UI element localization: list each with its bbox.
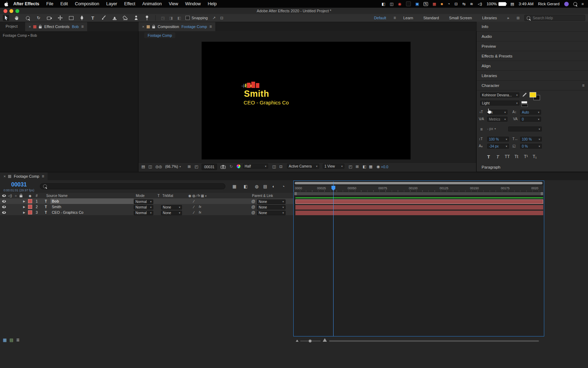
- workspace-learn[interactable]: Learn: [403, 16, 413, 20]
- vertical-scale-dropdown[interactable]: 100 %: [487, 137, 509, 142]
- current-time-display[interactable]: 00031: [11, 182, 27, 188]
- timeline-zoom-track[interactable]: [300, 341, 321, 341]
- tsume-dropdown[interactable]: 0 %: [520, 144, 542, 149]
- snapshot-camera-icon[interactable]: [220, 164, 226, 170]
- blend-mode-dropdown[interactable]: Normal: [134, 211, 153, 215]
- timeline-graph-area[interactable]: 0000 00025 00050 00075 00100 00125 00150…: [293, 180, 544, 336]
- record-status-icon[interactable]: ◉: [398, 2, 401, 6]
- notes-app-icon[interactable]: N: [424, 2, 428, 6]
- preview-toggle-icon[interactable]: ▤: [141, 164, 145, 169]
- channel-icon[interactable]: ◫: [148, 164, 152, 169]
- panel-audio[interactable]: Audio: [477, 32, 588, 41]
- transparency-grid-icon[interactable]: ⊡: [279, 164, 282, 169]
- footer-frame-field[interactable]: 00031: [202, 164, 217, 170]
- graph-editor-icon[interactable]: ◔: [282, 184, 285, 189]
- work-area-start-handle[interactable]: [294, 192, 297, 195]
- rectangle-tool[interactable]: [68, 15, 74, 21]
- layer-label-swatch[interactable]: [28, 198, 32, 204]
- layer-duration-bar[interactable]: [295, 205, 543, 210]
- leading-dropdown[interactable]: Auto: [520, 110, 541, 115]
- close-window-button[interactable]: [4, 9, 7, 13]
- panel-menu-icon[interactable]: ≡: [81, 24, 84, 29]
- menu-effect[interactable]: Effect: [124, 1, 135, 6]
- trkmat-column-header[interactable]: TrkMat: [162, 193, 173, 198]
- work-area-bar[interactable]: [294, 192, 543, 195]
- menu-animation[interactable]: Animation: [142, 1, 162, 6]
- reset-exposure-icon[interactable]: ◉: [377, 164, 380, 169]
- fill-color-swatch[interactable]: [530, 92, 536, 97]
- layer-name[interactable]: Bob: [50, 198, 134, 204]
- time-ruler[interactable]: 0000 00025 00050 00075 00100 00125 00150…: [294, 185, 544, 192]
- lock-icon[interactable]: [152, 26, 155, 28]
- kerning-dropdown[interactable]: Metrics: [487, 117, 507, 122]
- workspace-bar-icon[interactable]: ⊞: [517, 16, 520, 20]
- puppet-pin-tool[interactable]: [144, 15, 150, 21]
- shy-layers-icon[interactable]: ◍: [255, 184, 258, 189]
- timeline-h-scrollbar-thumb[interactable]: [329, 340, 539, 342]
- work-area-end-handle[interactable]: [541, 192, 543, 195]
- zoom-tool[interactable]: [24, 15, 31, 21]
- grid-guides-icon[interactable]: ⊞: [188, 164, 191, 169]
- mask-visibility-icon[interactable]: ◰: [195, 164, 198, 169]
- menubar-clock[interactable]: 3:49 AM: [519, 2, 533, 6]
- clock-app-icon[interactable]: ◔: [448, 2, 450, 6]
- minimize-window-button[interactable]: [9, 9, 13, 13]
- snap-frame-icon[interactable]: ⊡: [220, 16, 223, 20]
- selection-tool[interactable]: [3, 15, 9, 21]
- faux-bold-button[interactable]: T: [487, 154, 490, 159]
- menu-layer[interactable]: Layer: [106, 1, 117, 6]
- close-icon[interactable]: ×: [29, 25, 31, 29]
- workspace-small-screen[interactable]: Small Screen: [449, 16, 472, 20]
- layer-name[interactable]: CEO - Graphics Co: [52, 210, 83, 215]
- channel-color-icon[interactable]: [237, 164, 240, 168]
- fill-over-stroke-swatch[interactable]: [522, 104, 528, 107]
- control-center-icon[interactable]: ≡: [582, 2, 584, 6]
- fast-user-switch[interactable]: Rick Gerard: [538, 2, 559, 6]
- panel-effects-presets[interactable]: Effects & Presets: [477, 51, 588, 61]
- frame-blend-icon[interactable]: ▤: [263, 184, 267, 189]
- siri-icon[interactable]: [564, 2, 569, 6]
- time-navigator-track[interactable]: [294, 182, 543, 185]
- display-app-icon[interactable]: ▣: [415, 2, 419, 6]
- comp-mini-flowchart-icon[interactable]: ▦: [232, 184, 236, 189]
- eyedropper-icon[interactable]: [522, 92, 527, 98]
- snapping-checkbox[interactable]: [186, 16, 190, 20]
- close-icon[interactable]: ×: [4, 174, 6, 178]
- menu-edit[interactable]: Edit: [60, 1, 68, 6]
- apple-menu-icon[interactable]: [4, 2, 8, 6]
- toggle-inout-pane-icon[interactable]: ≣: [16, 338, 20, 342]
- effect-controls-panel[interactable]: Footage Comp • Bob: [0, 31, 139, 172]
- layer-visibility-toggle[interactable]: [2, 204, 6, 210]
- help-search-box[interactable]: [524, 15, 585, 21]
- keyboard-icon[interactable]: ▤: [511, 2, 514, 6]
- zoom-window-button[interactable]: [15, 9, 19, 13]
- menu-window[interactable]: Window: [185, 1, 201, 6]
- parent-pickwhip-icon[interactable]: @: [251, 198, 255, 204]
- playhead-line[interactable]: [333, 182, 334, 336]
- timeline-h-scrollbar[interactable]: [329, 340, 539, 342]
- menu-view[interactable]: View: [169, 1, 178, 6]
- panel-align[interactable]: Align: [477, 61, 588, 71]
- app-menu[interactable]: After Effects: [13, 1, 39, 6]
- spotlight-search-icon[interactable]: [573, 2, 577, 6]
- panel-preview[interactable]: Preview: [477, 41, 588, 51]
- solo-column-icon[interactable]: ○: [15, 193, 17, 198]
- pixel-aspect-icon[interactable]: ◰: [349, 164, 352, 169]
- layer-expander-icon[interactable]: ▶: [23, 204, 25, 210]
- airplay-icon[interactable]: ⇆: [462, 2, 465, 6]
- label-column-icon[interactable]: ◆: [29, 193, 31, 198]
- tracking-dropdown[interactable]: 0: [520, 117, 541, 122]
- layer-label-swatch[interactable]: [28, 204, 32, 210]
- subscript-button[interactable]: T₁: [533, 154, 537, 159]
- pen-tool[interactable]: [79, 15, 85, 21]
- time-navigator-bar[interactable]: [295, 182, 542, 184]
- quality-switch-icon[interactable]: ∕: [194, 198, 194, 204]
- roto-brush-tool[interactable]: [133, 15, 139, 21]
- baseline-unit-label[interactable]: - px▾: [487, 127, 496, 131]
- small-caps-button[interactable]: Tt: [514, 154, 518, 159]
- trkmat-dropdown[interactable]: None: [161, 211, 182, 215]
- t-column-header[interactable]: T: [158, 193, 160, 198]
- layer-name[interactable]: Smith: [52, 204, 61, 210]
- pan-behind-tool[interactable]: [57, 15, 63, 21]
- camera-view-dropdown[interactable]: Active Camera: [287, 164, 319, 169]
